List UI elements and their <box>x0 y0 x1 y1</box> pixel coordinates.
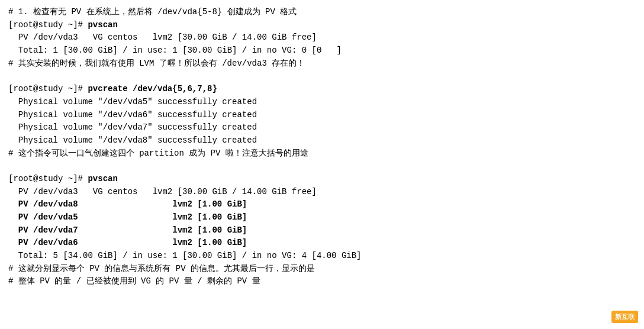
terminal-line-7: Physical volume "/dev/vda5" successfully… <box>8 96 636 109</box>
terminal-line-1: [root@study ~]# pvscan <box>8 19 636 32</box>
terminal-line-15: PV /dev/vda8 lvm2 [1.00 GiB] <box>8 198 636 211</box>
prompt-text: [root@study ~]# <box>8 174 88 183</box>
terminal-line-6: [root@study ~]# pvcreate /dev/vda{5,6,7,… <box>8 83 636 96</box>
terminal-window: # 1. 检查有无 PV 在系统上，然后将 /dev/vda{5-8} 创建成为… <box>0 0 644 329</box>
terminal-line-2: PV /dev/vda3 VG centos lvm2 [30.00 GiB /… <box>8 31 636 44</box>
terminal-line-11: # 这个指令可以一口气创建这四个 partition 成为 PV 啦！注意大括号… <box>8 147 636 160</box>
terminal-line-4: # 其实安装的时候，我们就有使用 LVM 了喔！所以会有 /dev/vda3 存… <box>8 57 636 70</box>
command-text: pvscan <box>88 174 117 183</box>
terminal-line-10: Physical volume "/dev/vda8" successfully… <box>8 134 636 147</box>
terminal-line-14: PV /dev/vda3 VG centos lvm2 [30.00 GiB /… <box>8 186 636 199</box>
terminal-line-17: PV /dev/vda7 lvm2 [1.00 GiB] <box>8 224 636 237</box>
terminal-line-5 <box>8 70 636 83</box>
command-text: pvscan <box>88 20 117 30</box>
terminal-line-20: # 这就分别显示每个 PV 的信息与系统所有 PV 的信息。尤其最后一行，显示的… <box>8 263 636 276</box>
command-text: pvcreate /dev/vda{5,6,7,8} <box>88 84 217 93</box>
terminal-line-12 <box>8 160 636 173</box>
terminal-line-9: Physical volume "/dev/vda7" successfully… <box>8 121 636 134</box>
watermark-label: 新互联 <box>611 311 638 323</box>
terminal-line-0: # 1. 检查有无 PV 在系统上，然后将 /dev/vda{5-8} 创建成为… <box>8 6 636 19</box>
terminal-line-19: Total: 5 [34.00 GiB] / in use: 1 [30.00 … <box>8 250 636 263</box>
terminal-line-18: PV /dev/vda6 lvm2 [1.00 GiB] <box>8 237 636 250</box>
prompt-text: [root@study ~]# <box>8 20 88 30</box>
terminal-line-8: Physical volume "/dev/vda6" successfully… <box>8 109 636 122</box>
terminal-line-16: PV /dev/vda5 lvm2 [1.00 GiB] <box>8 211 636 224</box>
terminal-line-3: Total: 1 [30.00 GiB] / in use: 1 [30.00 … <box>8 44 636 57</box>
terminal-line-21: # 整体 PV 的量 / 已经被使用到 VG 的 PV 量 / 剩余的 PV 量 <box>8 275 636 288</box>
prompt-text: [root@study ~]# <box>8 84 88 93</box>
terminal-line-13: [root@study ~]# pvscan <box>8 173 636 186</box>
